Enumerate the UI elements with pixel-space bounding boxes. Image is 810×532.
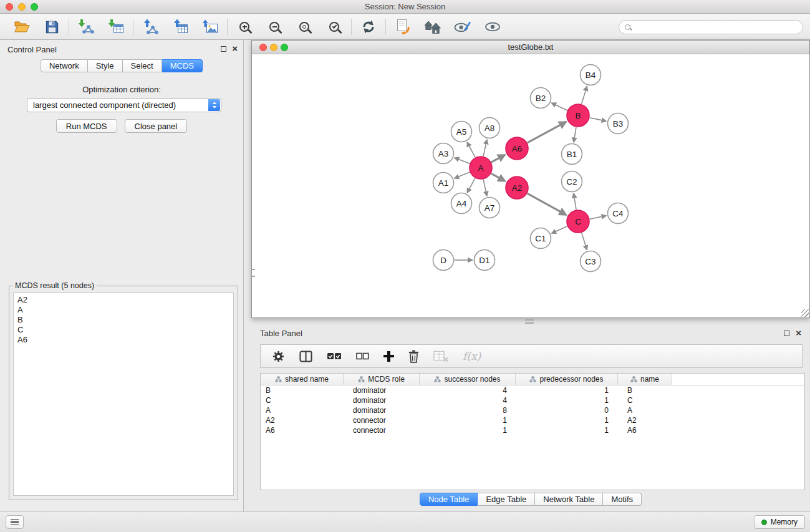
graph-node-label-A2: A2 — [512, 183, 523, 193]
memory-status-icon — [761, 520, 767, 525]
graph-edge-B-B1[interactable] — [574, 127, 576, 142]
network-canvas[interactable]: B4B2BB3A5A8A6A3B1AC2A1A2A4A7C4CC1C3DD1 — [252, 54, 809, 317]
window-titlebar[interactable]: Session: New Session — [0, 0, 810, 14]
table-row[interactable]: Bdominator41B — [261, 385, 804, 395]
network-window-titlebar[interactable]: testGlobe.txt — [252, 41, 809, 54]
graph-edge-A-A8[interactable] — [483, 140, 487, 156]
search-box[interactable] — [619, 20, 803, 34]
graph-edge-A-A6[interactable] — [491, 155, 505, 162]
mcds-result-item[interactable]: A2 — [17, 295, 229, 305]
table-panel-close-icon[interactable]: × — [796, 329, 801, 337]
status-menu-button[interactable] — [6, 515, 24, 529]
mcds-result-item[interactable]: B — [17, 315, 229, 325]
refresh-icon[interactable] — [360, 18, 377, 36]
table-cell: connector — [344, 426, 420, 435]
tab-network[interactable]: Network — [41, 59, 88, 72]
column-type-icon — [630, 376, 637, 382]
table-row[interactable]: A2connector11A2 — [261, 415, 804, 425]
show-columns-icon[interactable] — [299, 351, 312, 362]
graph-edge-A-A3[interactable] — [455, 158, 470, 163]
table-cell: A — [261, 406, 344, 415]
table-cell: B — [618, 386, 672, 395]
tab-select[interactable]: Select — [123, 59, 162, 72]
table-cell: 1 — [516, 396, 618, 405]
export-image-icon[interactable] — [201, 18, 219, 36]
column-header-shared-name[interactable]: shared name — [261, 374, 344, 385]
column-header-name[interactable]: name — [618, 374, 672, 385]
run-mcds-button[interactable]: Run MCDS — [56, 119, 117, 133]
graph-edge-B-B2[interactable] — [552, 103, 567, 110]
column-header-predecessor-nodes[interactable]: predecessor nodes — [516, 374, 618, 385]
zoom-fit-icon[interactable] — [296, 18, 313, 36]
home-view-icon[interactable] — [424, 18, 441, 36]
column-header-successor-nodes[interactable]: successor nodes — [420, 374, 516, 385]
table-cell: 8 — [420, 406, 516, 415]
export-network-icon[interactable] — [142, 18, 159, 36]
graph-edge-A6-B[interactable] — [528, 122, 566, 142]
apply-layout-icon[interactable] — [394, 18, 412, 36]
tab-motifs[interactable]: Motifs — [603, 493, 642, 506]
control-panel-title: Control Panel — [7, 45, 57, 54]
graph-edge-B-B4[interactable] — [582, 87, 587, 104]
hide-graphics-details-icon[interactable] — [454, 18, 471, 36]
table-row[interactable]: Cdominator41C — [261, 395, 804, 405]
table-cell: 1 — [516, 416, 618, 425]
graph-edge-C-C2[interactable] — [574, 193, 576, 210]
deselect-all-rows-icon[interactable] — [356, 352, 369, 360]
graph-edge-B-B3[interactable] — [590, 118, 606, 121]
select-all-rows-icon[interactable] — [327, 352, 342, 360]
search-input[interactable] — [630, 22, 803, 32]
table-row[interactable]: A6connector11A6 — [261, 425, 804, 435]
table-row[interactable]: Adominator80A — [261, 405, 804, 415]
graph-node-label-D1: D1 — [479, 256, 489, 265]
tab-mcds[interactable]: MCDS — [162, 59, 203, 72]
node-table: shared name MCDS role successor nodes pr… — [260, 373, 805, 490]
save-session-icon[interactable] — [43, 18, 60, 36]
control-panel-float-icon[interactable] — [221, 46, 226, 52]
network-window-bottom-grip[interactable] — [525, 319, 534, 324]
zoom-selected-icon[interactable] — [325, 18, 343, 36]
table-cell: C — [618, 396, 672, 405]
add-row-icon[interactable] — [383, 351, 394, 362]
tab-style[interactable]: Style — [88, 59, 123, 72]
graph-edge-A-A2[interactable] — [491, 173, 505, 181]
show-graphics-details-icon[interactable] — [484, 18, 501, 36]
close-panel-button[interactable]: Close panel — [125, 119, 188, 133]
memory-button[interactable]: Memory — [754, 515, 805, 529]
tab-network-table[interactable]: Network Table — [535, 493, 603, 506]
tab-edge-table[interactable]: Edge Table — [478, 493, 535, 506]
delete-rows-icon[interactable] — [408, 350, 419, 363]
graph-edge-A-A7[interactable] — [483, 180, 487, 196]
column-header-mcds-role[interactable]: MCDS role — [344, 374, 420, 385]
optimization-criterion-value: largest connected component (directed) — [27, 100, 208, 110]
import-network-icon[interactable] — [77, 18, 95, 36]
zoom-out-icon[interactable] — [266, 18, 283, 36]
graph-edge-C-C3[interactable] — [582, 233, 587, 249]
window-resize-grip-left[interactable] — [252, 269, 255, 277]
graph-edge-C-C4[interactable] — [590, 216, 606, 219]
graph-edge-A2-C[interactable] — [528, 193, 566, 215]
optimization-criterion-select[interactable]: largest connected component (directed) — [27, 98, 221, 112]
export-table-icon[interactable] — [171, 18, 189, 36]
zoom-in-icon[interactable] — [236, 18, 253, 36]
window-resize-grip[interactable] — [801, 309, 809, 317]
open-session-icon[interactable] — [13, 18, 31, 36]
network-graph[interactable]: B4B2BB3A5A8A6A3B1AC2A1A2A4A7C4CC1C3DD1 — [252, 54, 809, 317]
graph-edge-A-A1[interactable] — [455, 172, 470, 178]
mcds-result-item[interactable]: C — [17, 325, 229, 335]
table-panel-tabs: Node Table Edge Table Network Table Moti… — [251, 493, 810, 506]
tab-node-table[interactable]: Node Table — [420, 493, 478, 506]
graph-edge-A-A5[interactable] — [467, 142, 475, 157]
search-icon — [625, 24, 630, 30]
import-table-icon[interactable] — [107, 18, 125, 36]
column-type-icon — [434, 376, 441, 382]
graph-edge-C-C1[interactable] — [552, 226, 567, 233]
mcds-result-item[interactable]: A — [17, 305, 229, 315]
column-type-icon — [358, 376, 365, 382]
table-panel-float-icon[interactable] — [784, 331, 789, 336]
mcds-result-item[interactable]: A6 — [17, 335, 229, 345]
table-cell: 1 — [516, 386, 618, 395]
control-panel-close-icon[interactable]: × — [232, 45, 238, 52]
table-settings-gear-icon[interactable] — [272, 350, 285, 363]
graph-edge-A-A4[interactable] — [467, 178, 475, 193]
